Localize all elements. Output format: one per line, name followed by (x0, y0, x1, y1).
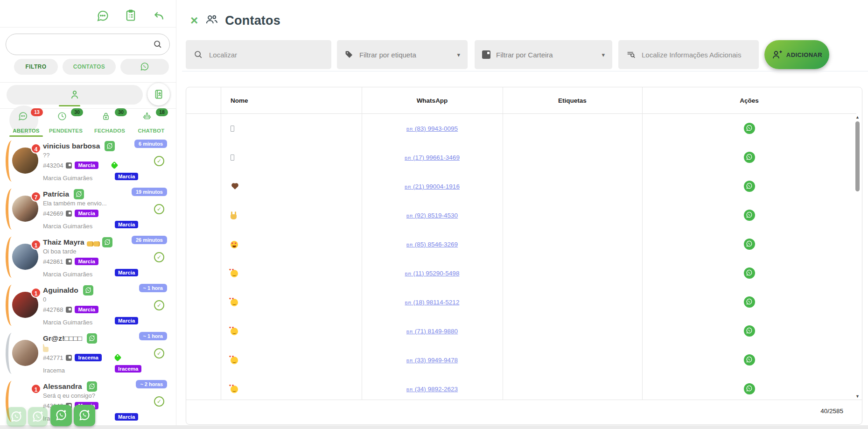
table-row[interactable]: BR (18) 98114-5212 (186, 288, 856, 316)
scroll-down-arrow[interactable]: ▼ (854, 394, 861, 399)
search-icon (193, 49, 203, 60)
close-icon[interactable]: × (190, 14, 198, 27)
contact-name (231, 240, 238, 248)
table-row[interactable]: BR (83) 9943-0095 (186, 114, 856, 143)
chat-last-message: ?? (43, 152, 132, 159)
table-row[interactable]: BR (17) 99661-3469 (186, 143, 856, 172)
contatos-button[interactable]: CONTATOS (63, 59, 116, 75)
chat-list-item[interactable]: Gr@z!□□□□ #42771 Iracema Iracema Iracema… (0, 330, 176, 378)
floating-whatsapp-button[interactable] (50, 405, 72, 426)
chat-list-item[interactable]: 1 Aguinaldo 0 #42768 Marcia Marcia Guima… (0, 281, 176, 330)
search-icon[interactable] (153, 39, 163, 49)
table-row[interactable]: BR (34) 9892-2623 (186, 374, 856, 400)
chat-contact-name: Thaiz Mayra (43, 238, 84, 246)
table-row[interactable]: BR (92) 8519-4530 (186, 201, 856, 230)
emoji-fist-left (93, 241, 100, 246)
floating-whatsapp-button[interactable] (7, 407, 26, 427)
whatsapp-number-link[interactable]: BR (21) 99004-1916 (405, 183, 460, 190)
whatsapp-action-button[interactable] (744, 325, 755, 337)
chat-last-message: 0 (43, 296, 132, 303)
chat-bubble-icon[interactable] (96, 9, 109, 22)
carteira-icon (66, 162, 72, 169)
tab-pendentes[interactable]: 30 PENDENTES (47, 110, 85, 136)
carteira-filter-label: Filtrar por Carteira (496, 51, 553, 59)
whatsapp-number-link[interactable]: BR (34) 9892-2623 (406, 386, 458, 393)
ticket-number: #42861 (43, 258, 63, 265)
ticket-number: #42768 (43, 306, 63, 313)
whatsapp-action-button[interactable] (744, 239, 755, 250)
info-adicionais-input[interactable] (642, 51, 751, 59)
whatsapp-action-button[interactable] (744, 210, 755, 221)
emoji-missing-glyph (231, 155, 234, 161)
chat-list-item[interactable]: 4 vinicius barbosa ?? #43204 Marcia Marc… (0, 137, 176, 185)
table-row[interactable]: BR (21) 99004-1916 (186, 172, 856, 201)
panel-header: × Contatos (182, 11, 280, 30)
adicionar-button[interactable]: ADICIONAR (764, 40, 829, 69)
floating-whatsapp-button[interactable] (74, 405, 95, 426)
contact-name (231, 269, 238, 277)
whatsapp-action-button[interactable] (744, 354, 755, 366)
etiquetas-column-header: Etiquetas (503, 97, 642, 104)
whatsapp-add-icon[interactable] (105, 141, 115, 151)
etiqueta-filter-dropdown[interactable]: Filtrar por etiqueta ▾ (337, 40, 468, 69)
scrollbar-thumb[interactable] (855, 121, 860, 191)
whatsapp-action-button[interactable] (744, 267, 755, 279)
carteira-filter-dropdown[interactable]: Filtrar por Carteira ▾ (475, 40, 612, 69)
etiqueta-filter-label: Filtrar por etiqueta (359, 51, 416, 59)
pendentes-count-badge: 30 (71, 108, 83, 116)
carteira-badge: Marcia (75, 210, 98, 217)
resolved-check-icon: ✓ (154, 300, 164, 310)
unread-count-badge: 1 (31, 288, 41, 298)
whatsapp-number-link[interactable]: BR (83) 9943-0095 (406, 125, 458, 132)
localizar-input[interactable] (209, 51, 324, 59)
contact-name (231, 153, 234, 161)
whatsapp-add-icon[interactable] (87, 381, 97, 392)
chat-accent-curve (6, 189, 12, 230)
table-row[interactable]: BR (33) 9949-9478 (186, 345, 856, 374)
whatsapp-add-icon[interactable] (87, 333, 97, 344)
table-footer: 40/2585 (186, 400, 862, 425)
whatsapp-number-link[interactable]: BR (85) 8546-3269 (406, 241, 458, 248)
whatsapp-number-link[interactable]: BR (33) 9949-9478 (406, 357, 458, 364)
tab-abertos[interactable]: 13 ABERTOS (7, 110, 45, 136)
whatsapp-number-link[interactable]: BR (11) 95290-5498 (405, 270, 460, 277)
resolved-check-icon: ✓ (154, 348, 164, 359)
whatsapp-number-link[interactable]: BR (18) 98114-5212 (405, 299, 460, 306)
chat-contact-name: Aguinaldo (43, 286, 78, 295)
whatsapp-action-button[interactable] (744, 296, 755, 308)
filtro-button[interactable]: FILTRO (14, 59, 58, 75)
table-row[interactable]: BR (71) 8149-9880 (186, 316, 856, 345)
contact-name (231, 298, 238, 306)
emoji-hearts-face (231, 357, 238, 364)
table-header-row: Nome WhatsApp Etiquetas Ações (186, 87, 856, 114)
whatsapp-action-button[interactable] (744, 152, 755, 163)
sidebar-search-input[interactable] (15, 36, 146, 53)
table-row[interactable]: BR (11) 95290-5498 (186, 259, 856, 288)
contact-name (231, 385, 238, 393)
tab-fechados[interactable]: 30 FECHADOS (91, 110, 128, 136)
whatsapp-action-button[interactable] (744, 123, 755, 134)
whatsapp-add-icon[interactable] (74, 189, 84, 199)
floating-whatsapp-button[interactable] (28, 407, 48, 427)
whatsapp-add-icon[interactable] (83, 285, 93, 295)
chat-list-item[interactable]: 1 Thaiz Mayra Oi boa tarde #42861 Marcia… (0, 233, 176, 281)
whatsapp-number-link[interactable]: BR (92) 8519-4530 (406, 212, 458, 219)
tab-chatbot[interactable]: 18 CHATBOT (133, 110, 169, 136)
whatsapp-add-icon[interactable] (102, 237, 112, 247)
contact-book-button[interactable] (147, 83, 170, 105)
scroll-up-arrow[interactable]: ▲ (854, 115, 861, 120)
whatsapp-action-button[interactable] (744, 181, 755, 192)
whatsapp-action-button[interactable] (744, 383, 755, 394)
whatsapp-filter-button[interactable] (120, 59, 169, 75)
unread-count-badge: 4 (31, 143, 41, 154)
clipboard-icon[interactable] (124, 9, 137, 22)
table-row[interactable]: BR (85) 8546-3269 (186, 230, 856, 259)
whatsapp-number-link[interactable]: BR (71) 8149-9880 (406, 328, 458, 335)
reply-icon[interactable] (152, 9, 165, 22)
view-toggle-contacts[interactable] (7, 85, 143, 105)
table-scrollbar[interactable]: ▲ ▼ (854, 114, 861, 400)
table-body: BR (83) 9943-0095 BR (17) 99661-3469 BR … (186, 114, 856, 400)
whatsapp-number-link[interactable]: BR (17) 99661-3469 (405, 154, 460, 161)
chat-list-item[interactable]: 7 Patrícia Ela também me envio... #42669… (0, 185, 176, 233)
emoji-brown-heart (232, 183, 238, 190)
